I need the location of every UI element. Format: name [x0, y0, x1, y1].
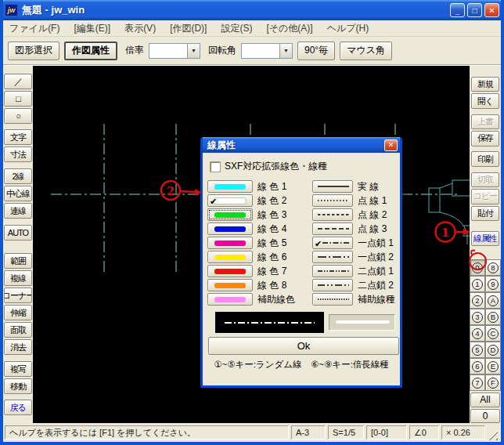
color-swatch-button-4[interactable]: [207, 222, 253, 235]
linetype-label-4: 点 線 3: [358, 222, 411, 236]
linetype-button-8[interactable]: [312, 279, 353, 291]
mouse-angle-button[interactable]: マウス角: [340, 42, 392, 60]
layer-key-B[interactable]: B: [485, 309, 501, 325]
right-tool-0-1[interactable]: 開く: [471, 93, 499, 108]
left-tool-0-0[interactable]: ／: [4, 74, 32, 89]
left-tool-4-2[interactable]: コーナー: [4, 288, 32, 303]
left-tool-2-2[interactable]: 連線: [4, 203, 32, 219]
linetype-button-1[interactable]: [312, 180, 353, 193]
layer-key-C[interactable]: C: [485, 325, 501, 342]
right-tool-3-0[interactable]: 切取: [471, 172, 499, 187]
close-button[interactable]: ✕: [484, 3, 499, 17]
right-tool-1-1[interactable]: 保存: [471, 131, 499, 146]
linetype-button-6[interactable]: [312, 251, 353, 263]
left-tool-4-4[interactable]: 面取: [4, 322, 32, 338]
sxf-checkbox-row[interactable]: SXF対応拡張線色・線種: [211, 160, 395, 173]
resize-grip-icon[interactable]: [488, 430, 498, 440]
app-window: jw 無題 - jw_win _ □ ✕ ファイル(F)[編集(E)]表示(V)…: [0, 0, 504, 445]
menu-item-1[interactable]: [編集(E)]: [72, 20, 112, 37]
layer-key-6[interactable]: 6: [470, 358, 485, 374]
layer-key-8[interactable]: 8: [485, 259, 501, 276]
layer-key-D[interactable]: D: [485, 342, 501, 358]
ok-button[interactable]: Ok: [208, 337, 399, 355]
menu-item-5[interactable]: [その他(A)]: [265, 20, 314, 37]
left-tool-3-0[interactable]: AUTO: [4, 225, 32, 241]
chevron-down-icon[interactable]: ▼: [279, 44, 292, 58]
layer-key-7[interactable]: 7: [470, 374, 485, 391]
layer-key-5[interactable]: 5: [470, 342, 485, 358]
linetype-label-2: 点 線 1: [358, 194, 411, 208]
color-swatch-button-5[interactable]: [207, 237, 253, 249]
color-swatch-button-1[interactable]: [207, 180, 253, 193]
color-swatch-button-7[interactable]: [207, 265, 253, 277]
menu-item-3[interactable]: [作図(D)]: [168, 20, 208, 37]
scale-combo[interactable]: ▼: [149, 43, 200, 59]
dialog-title-bar[interactable]: 線属性 ✕: [203, 137, 400, 153]
menu-item-4[interactable]: 設定(S): [219, 20, 254, 37]
color-swatch-button-8[interactable]: [207, 279, 253, 291]
layer-key-circle: 5: [472, 345, 483, 356]
status-panel-1: S=1/5: [328, 425, 364, 440]
left-tool-4-5[interactable]: 消去: [4, 339, 32, 355]
layer-group-button[interactable]: 0: [470, 409, 500, 423]
left-tool-1-1[interactable]: 寸法: [4, 147, 32, 162]
shape-select-button[interactable]: 図形選択: [8, 42, 59, 60]
sxf-checkbox[interactable]: [211, 162, 220, 172]
color-swatch-button-6[interactable]: [207, 251, 253, 263]
color-swatch-button-2[interactable]: ✔: [207, 194, 253, 207]
linetype-button-7[interactable]: [312, 265, 353, 277]
left-tool-5-1[interactable]: 移動: [4, 378, 32, 394]
all-layers-button[interactable]: All: [470, 393, 500, 407]
layer-key-4[interactable]: 4: [470, 325, 485, 342]
rotation-combo[interactable]: ▼: [241, 43, 293, 59]
scale-combo-value[interactable]: [149, 44, 187, 58]
color-swatch-button-9[interactable]: [207, 293, 253, 306]
layer-key-A[interactable]: A: [485, 292, 501, 309]
left-tool-6-0[interactable]: 戻る: [4, 400, 32, 415]
maximize-button[interactable]: □: [467, 3, 482, 17]
left-tool-5-0[interactable]: 複写: [4, 361, 32, 377]
layer-key-circle: 3: [472, 312, 483, 323]
layer-key-0[interactable]: 0: [470, 259, 485, 276]
linetype-button-2[interactable]: [312, 194, 353, 207]
title-bar: jw 無題 - jw_win _ □ ✕: [0, 0, 504, 20]
chevron-down-icon[interactable]: ▼: [187, 44, 200, 58]
layer-key-1[interactable]: 1: [470, 276, 485, 292]
right-tool-1-0[interactable]: 上書: [471, 114, 499, 129]
layer-key-F[interactable]: F: [485, 374, 501, 391]
rotation-combo-value[interactable]: [242, 44, 279, 58]
layer-key-circle: 6: [472, 361, 483, 372]
linetype-button-5[interactable]: ✔: [312, 237, 353, 249]
menu-item-6[interactable]: ヘルプ(H): [326, 20, 371, 37]
dialog-close-button[interactable]: ✕: [384, 139, 398, 151]
linetype-button-3[interactable]: [312, 208, 353, 221]
linetype-button-9[interactable]: [312, 293, 353, 306]
right-tool-4-0[interactable]: 線属性: [471, 231, 499, 246]
menu-item-0[interactable]: ファイル(F): [8, 20, 61, 37]
right-tool-3-1[interactable]: コピー: [471, 189, 499, 204]
left-tool-4-0[interactable]: 範囲: [4, 253, 32, 269]
color-swatch-button-3[interactable]: [207, 208, 253, 221]
linetype-button-4[interactable]: [312, 222, 353, 235]
right-tool-2-0[interactable]: 印刷: [471, 151, 499, 166]
right-tool-0-0[interactable]: 新規: [471, 77, 499, 92]
menu-item-2[interactable]: 表示(V): [123, 20, 157, 37]
layer-key-E[interactable]: E: [485, 358, 501, 374]
draw-attr-button[interactable]: 作図属性: [64, 42, 117, 60]
left-tool-2-1[interactable]: 中心線: [4, 186, 32, 201]
left-tool-1-0[interactable]: 文字: [4, 129, 32, 145]
left-tool-0-2[interactable]: ○: [4, 108, 32, 124]
layer-key-9[interactable]: 9: [485, 276, 501, 292]
minimize-button[interactable]: _: [450, 3, 465, 17]
per90-button[interactable]: 90°毎: [297, 42, 335, 60]
color-label-3: 線 色 3: [257, 208, 308, 222]
layer-key-3[interactable]: 3: [470, 309, 485, 325]
left-tool-2-0[interactable]: 2線: [4, 168, 32, 184]
left-tool-4-3[interactable]: 伸縮: [4, 305, 32, 320]
left-tool-4-1[interactable]: 複線: [4, 270, 32, 286]
right-tool-3-2[interactable]: 貼付: [471, 206, 499, 221]
color-label-6: 線 色 6: [257, 251, 308, 264]
left-tool-0-1[interactable]: □: [4, 91, 32, 107]
layer-key-2[interactable]: 2: [470, 292, 485, 309]
linetype-label-6: 一点鎖 2: [358, 251, 411, 264]
